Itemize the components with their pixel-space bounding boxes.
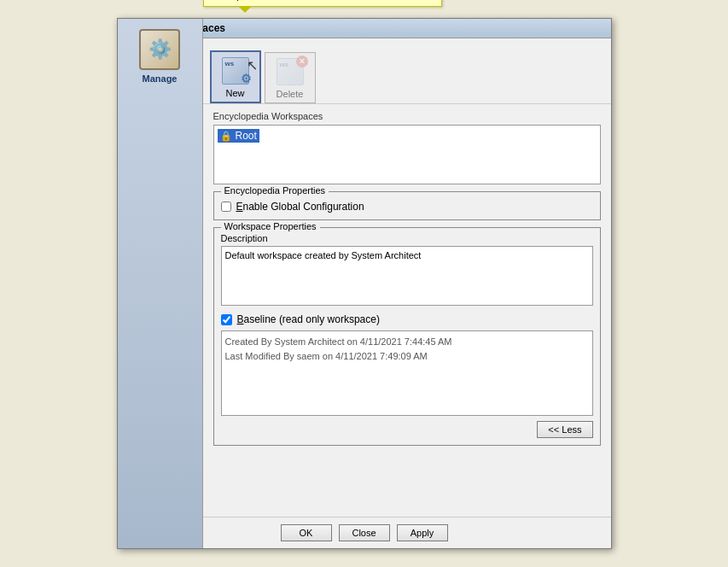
less-button-row: << Less — [221, 421, 593, 438]
cursor-icon: ↖ — [247, 57, 258, 73]
lock-icon: 🔒 — [220, 131, 232, 142]
workspace-root-item[interactable]: 🔒 Root — [218, 129, 259, 143]
encyclopedia-properties-group: Encyclopedia Properties Enable Global Co… — [213, 191, 601, 220]
tooltip: Create a new child workspace under the s… — [203, 0, 442, 7]
delete-button-icon: ws ✕ — [275, 56, 306, 87]
sidebar: ⚙️ Manage — [118, 19, 203, 548]
baseline-row: Baseline (read only workspace) — [221, 313, 593, 325]
delete-x-icon: ✕ — [296, 56, 308, 67]
ok-button[interactable]: OK — [281, 524, 332, 541]
new-button-icon: ws ⚙ ↖ — [220, 56, 251, 86]
delete-button[interactable]: ws ✕ Delete — [265, 52, 316, 103]
description-label: Description — [221, 233, 593, 243]
manage-icon: ⚙️ — [139, 29, 180, 70]
new-button[interactable]: ws ⚙ ↖ New — [210, 50, 261, 103]
manage-workspaces-dialog: Create a new child workspace under the s… — [117, 18, 612, 549]
description-textarea[interactable] — [221, 246, 593, 306]
baseline-label: Baseline (read only workspace) — [237, 313, 380, 325]
info-area: Created By System Architect on 4/11/2021… — [221, 330, 593, 416]
baseline-checkbox[interactable] — [221, 314, 232, 325]
less-button[interactable]: << Less — [537, 421, 592, 438]
manage-button[interactable]: ⚙️ Manage — [139, 29, 180, 84]
encyclopedia-section-label: Encyclopedia Workspaces — [213, 111, 601, 121]
workspace-properties-group: Workspace Properties Description Baselin… — [213, 227, 601, 446]
enable-global-config-row: Enable Global Configuration — [221, 201, 593, 213]
workspace-list[interactable]: 🔒 Root — [213, 125, 601, 184]
apply-button[interactable]: Apply — [397, 524, 448, 541]
close-button[interactable]: Close — [339, 524, 390, 541]
enable-global-config-checkbox[interactable] — [221, 202, 231, 212]
enable-global-config-label: Enable Global Configuration — [236, 201, 364, 213]
